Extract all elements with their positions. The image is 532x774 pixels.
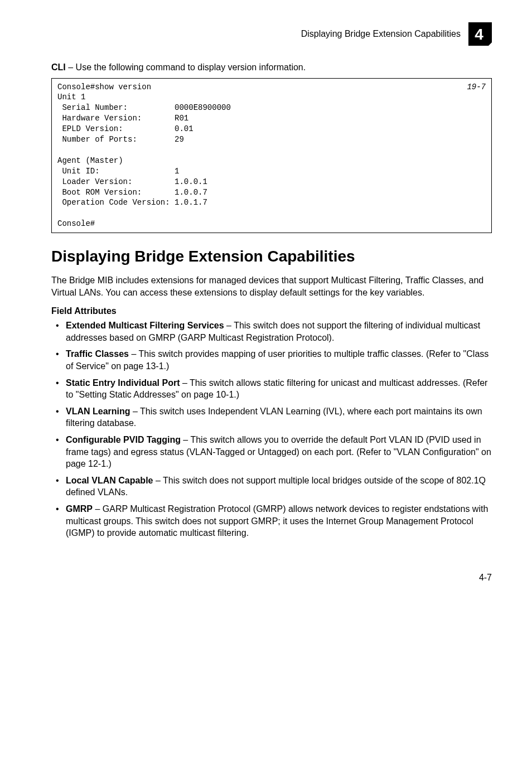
bullet-desc: – This switch provides mapping of user p… [66, 349, 489, 371]
cli-label: CLI [51, 62, 66, 72]
bullet-term: Extended Multicast Filtering Services [66, 321, 224, 330]
bullet-term: Traffic Classes [66, 349, 129, 359]
code-block: 19-7Console#show version Unit 1 Serial N… [51, 78, 492, 233]
section-intro: The Bridge MIB includes extensions for m… [51, 274, 492, 298]
page-number: 4-7 [51, 573, 492, 583]
list-item: VLAN Learning – This switch uses Indepen… [51, 405, 492, 429]
code-content: Console#show version Unit 1 Serial Numbe… [57, 83, 231, 229]
header-title: Displaying Bridge Extension Capabilities [301, 29, 461, 39]
list-item: GMRP – GARP Multicast Registration Proto… [51, 503, 492, 539]
cli-description: – Use the following command to display v… [66, 62, 306, 72]
chapter-number: 4 [475, 26, 483, 43]
list-item: Static Entry Individual Port – This swit… [51, 377, 492, 401]
list-item: Extended Multicast Filtering Services – … [51, 320, 492, 344]
chapter-icon: 4 [468, 22, 492, 46]
section-title: Displaying Bridge Extension Capabilities [51, 248, 492, 265]
code-reference: 19-7 [467, 82, 486, 93]
bullet-desc: – GARP Multicast Registration Protocol (… [66, 504, 488, 538]
field-attributes-heading: Field Attributes [51, 306, 492, 316]
list-item: Traffic Classes – This switch provides m… [51, 348, 492, 372]
bullet-term: VLAN Learning [66, 407, 130, 416]
bullet-list: Extended Multicast Filtering Services – … [51, 320, 492, 539]
list-item: Configurable PVID Tagging – This switch … [51, 434, 492, 470]
bullet-term: Local VLAN Capable [66, 476, 153, 485]
page-header: Displaying Bridge Extension Capabilities… [51, 22, 492, 46]
bullet-term: Configurable PVID Tagging [66, 435, 181, 444]
bullet-term: Static Entry Individual Port [66, 378, 180, 388]
list-item: Local VLAN Capable – This switch does no… [51, 475, 492, 499]
cli-intro: CLI – Use the following command to displ… [51, 61, 492, 74]
bullet-term: GMRP [66, 504, 93, 514]
